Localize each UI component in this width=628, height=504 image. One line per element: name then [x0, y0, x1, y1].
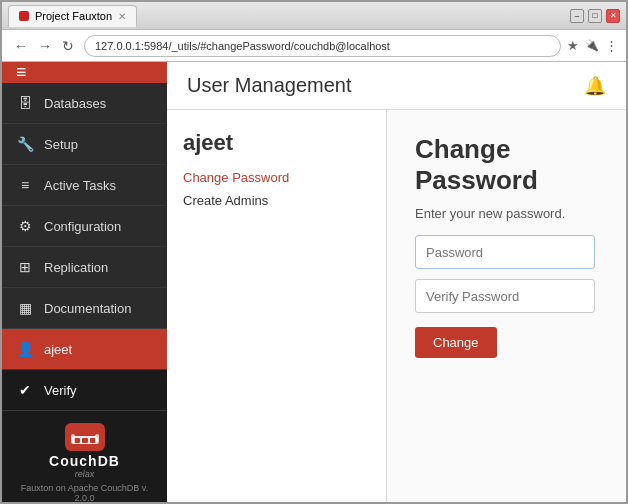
refresh-button[interactable]: ↻ [58, 36, 78, 56]
sidebar-label-databases: Databases [44, 96, 106, 111]
sidebar-item-setup[interactable]: 🔧 Setup [2, 124, 167, 165]
sidebar-label-active-tasks: Active Tasks [44, 178, 116, 193]
tab-favicon [19, 11, 29, 21]
user-display-name: ajeet [183, 130, 370, 156]
couch-icon [65, 423, 105, 451]
create-admins-link[interactable]: Create Admins [183, 193, 370, 208]
sidebar-item-documentation[interactable]: ▦ Documentation [2, 288, 167, 329]
minimize-button[interactable]: – [570, 9, 584, 23]
setup-icon: 🔧 [16, 135, 34, 153]
sidebar-item-verify[interactable]: ✔ Verify [2, 370, 167, 411]
svg-rect-4 [71, 434, 75, 444]
databases-icon: 🗄 [16, 94, 34, 112]
configuration-icon: ⚙ [16, 217, 34, 235]
sidebar-item-active-tasks[interactable]: ≡ Active Tasks [2, 165, 167, 206]
couchdb-label: CouchDB [49, 453, 120, 469]
sidebar-label-documentation: Documentation [44, 301, 131, 316]
tab-title: Project Fauxton [35, 10, 112, 22]
window-controls: – □ ✕ [570, 9, 620, 23]
sidebar-label-verify: Verify [44, 383, 77, 398]
sidebar-item-databases[interactable]: 🗄 Databases [2, 83, 167, 124]
main-content: User Management 🔔 ajeet Change Password … [167, 62, 626, 502]
active-tasks-icon: ≡ [16, 176, 34, 194]
change-password-link[interactable]: Change Password [183, 170, 370, 185]
tab-close-button[interactable]: ✕ [118, 11, 126, 22]
user-panel: ajeet Change Password Create Admins [167, 110, 387, 502]
sidebar: ≡ 🗄 Databases 🔧 Setup ≡ Active Tasks ⚙ C… [2, 62, 167, 502]
address-bar: ← → ↻ 127.0.0.1:5984/_utils/#changePassw… [2, 30, 626, 62]
bookmark-icon[interactable]: ★ [567, 38, 579, 53]
documentation-icon: ▦ [16, 299, 34, 317]
sidebar-header: ≡ [2, 62, 167, 83]
sidebar-label-setup: Setup [44, 137, 78, 152]
couchdb-logo: CouchDB relax [49, 423, 120, 479]
replication-icon: ⊞ [16, 258, 34, 276]
notification-bell-icon[interactable]: 🔔 [584, 75, 606, 97]
verify-password-input[interactable] [415, 279, 595, 313]
couchdb-relax: relax [75, 469, 95, 479]
page-title: User Management [187, 74, 352, 97]
fauxton-version: Fauxton on Apache CouchDB v. 2.0.0 [14, 483, 155, 502]
extensions-icon[interactable]: 🔌 [585, 39, 599, 52]
app-container: ≡ 🗄 Databases 🔧 Setup ≡ Active Tasks ⚙ C… [2, 62, 626, 502]
close-button[interactable]: ✕ [606, 9, 620, 23]
content-area: ajeet Change Password Create Admins Chan… [167, 110, 626, 502]
change-password-subtitle: Enter your new password. [415, 206, 598, 221]
url-text: 127.0.0.1:5984/_utils/#changePassword/co… [95, 40, 390, 52]
couch-svg [70, 428, 100, 446]
sidebar-label-configuration: Configuration [44, 219, 121, 234]
menu-icon[interactable]: ⋮ [605, 38, 618, 53]
change-password-panel: Change Password Enter your new password.… [387, 110, 626, 502]
sidebar-item-configuration[interactable]: ⚙ Configuration [2, 206, 167, 247]
title-bar: Project Fauxton ✕ – □ ✕ [2, 2, 626, 30]
svg-rect-2 [82, 438, 88, 443]
forward-button[interactable]: → [34, 36, 56, 56]
sidebar-label-replication: Replication [44, 260, 108, 275]
svg-rect-5 [95, 434, 99, 444]
change-button[interactable]: Change [415, 327, 497, 358]
sidebar-footer: CouchDB relax Fauxton on Apache CouchDB … [2, 411, 167, 502]
back-button[interactable]: ← [10, 36, 32, 56]
change-password-title: Change Password [415, 134, 598, 196]
sidebar-label-user: ajeet [44, 342, 72, 357]
main-header: User Management 🔔 [167, 62, 626, 110]
sidebar-item-user[interactable]: 👤 ajeet [2, 329, 167, 370]
password-input[interactable] [415, 235, 595, 269]
sidebar-item-replication[interactable]: ⊞ Replication [2, 247, 167, 288]
maximize-button[interactable]: □ [588, 9, 602, 23]
hamburger-icon[interactable]: ≡ [16, 62, 27, 83]
user-icon: 👤 [16, 340, 34, 358]
browser-tab[interactable]: Project Fauxton ✕ [8, 5, 137, 27]
url-bar[interactable]: 127.0.0.1:5984/_utils/#changePassword/co… [84, 35, 561, 57]
verify-icon: ✔ [16, 381, 34, 399]
